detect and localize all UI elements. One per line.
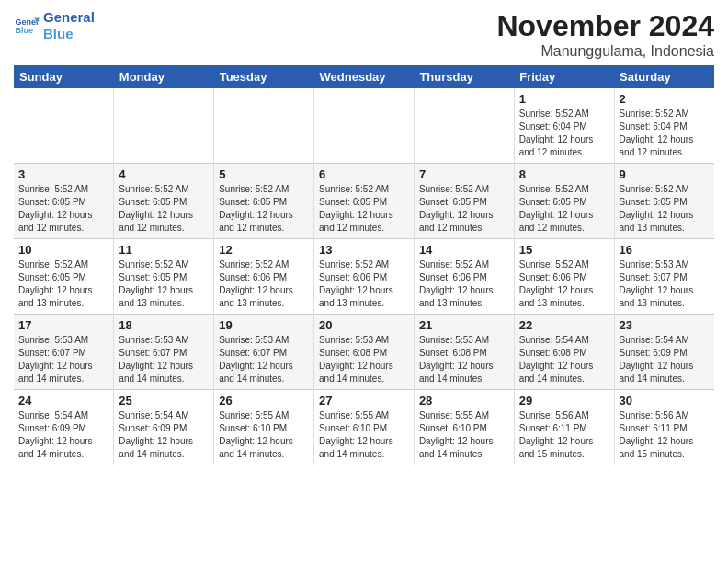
day-number: 2 bbox=[620, 92, 710, 106]
calendar-container: General Blue General Blue November 2024 … bbox=[0, 0, 728, 475]
calendar-cell: 11Sunrise: 5:52 AM Sunset: 6:05 PM Dayli… bbox=[114, 239, 214, 315]
calendar-cell: 1Sunrise: 5:52 AM Sunset: 6:04 PM Daylig… bbox=[514, 88, 614, 164]
calendar-cell: 27Sunrise: 5:55 AM Sunset: 6:10 PM Dayli… bbox=[314, 390, 415, 465]
calendar-week-row: 24Sunrise: 5:54 AM Sunset: 6:09 PM Dayli… bbox=[14, 390, 714, 465]
day-info: Sunrise: 5:52 AM Sunset: 6:05 PM Dayligh… bbox=[119, 183, 209, 235]
calendar-cell: 30Sunrise: 5:56 AM Sunset: 6:11 PM Dayli… bbox=[614, 390, 714, 465]
day-info: Sunrise: 5:52 AM Sunset: 6:05 PM Dayligh… bbox=[519, 183, 609, 235]
calendar-cell: 12Sunrise: 5:52 AM Sunset: 6:06 PM Dayli… bbox=[214, 239, 314, 315]
day-info: Sunrise: 5:52 AM Sunset: 6:06 PM Dayligh… bbox=[419, 259, 509, 310]
calendar-cell bbox=[214, 88, 314, 164]
weekday-header: Sunday bbox=[14, 65, 114, 88]
day-number: 26 bbox=[219, 394, 309, 408]
calendar-cell: 6Sunrise: 5:52 AM Sunset: 6:05 PM Daylig… bbox=[314, 164, 415, 239]
logo: General Blue General Blue bbox=[14, 9, 95, 42]
calendar-cell: 24Sunrise: 5:54 AM Sunset: 6:09 PM Dayli… bbox=[14, 390, 114, 465]
day-number: 14 bbox=[419, 243, 509, 257]
weekday-header: Monday bbox=[114, 65, 214, 88]
day-number: 1 bbox=[519, 92, 609, 106]
day-info: Sunrise: 5:52 AM Sunset: 6:05 PM Dayligh… bbox=[18, 183, 108, 235]
day-number: 25 bbox=[119, 394, 209, 408]
calendar-cell: 3Sunrise: 5:52 AM Sunset: 6:05 PM Daylig… bbox=[14, 164, 114, 239]
calendar-cell: 26Sunrise: 5:55 AM Sunset: 6:10 PM Dayli… bbox=[214, 390, 314, 465]
calendar-cell bbox=[14, 88, 114, 164]
svg-text:Blue: Blue bbox=[15, 26, 33, 35]
day-info: Sunrise: 5:55 AM Sunset: 6:10 PM Dayligh… bbox=[319, 409, 409, 461]
page-title: November 2024 bbox=[496, 9, 714, 43]
day-number: 11 bbox=[119, 243, 209, 257]
calendar-cell: 13Sunrise: 5:52 AM Sunset: 6:06 PM Dayli… bbox=[314, 239, 415, 315]
calendar-cell: 14Sunrise: 5:52 AM Sunset: 6:06 PM Dayli… bbox=[414, 239, 514, 315]
day-info: Sunrise: 5:54 AM Sunset: 6:08 PM Dayligh… bbox=[519, 334, 609, 385]
day-number: 7 bbox=[419, 167, 509, 181]
weekday-header: Saturday bbox=[614, 65, 714, 88]
day-number: 27 bbox=[319, 394, 409, 408]
logo-line1: General bbox=[43, 9, 95, 26]
day-info: Sunrise: 5:54 AM Sunset: 6:09 PM Dayligh… bbox=[620, 334, 710, 385]
day-info: Sunrise: 5:53 AM Sunset: 6:07 PM Dayligh… bbox=[219, 334, 309, 385]
calendar-cell: 20Sunrise: 5:53 AM Sunset: 6:08 PM Dayli… bbox=[314, 315, 415, 390]
day-info: Sunrise: 5:53 AM Sunset: 6:08 PM Dayligh… bbox=[419, 334, 509, 385]
day-number: 9 bbox=[620, 167, 710, 181]
calendar-week-row: 1Sunrise: 5:52 AM Sunset: 6:04 PM Daylig… bbox=[14, 88, 714, 164]
day-info: Sunrise: 5:52 AM Sunset: 6:04 PM Dayligh… bbox=[620, 108, 710, 159]
weekday-header: Tuesday bbox=[214, 65, 314, 88]
day-number: 19 bbox=[219, 318, 309, 332]
calendar-cell: 5Sunrise: 5:52 AM Sunset: 6:05 PM Daylig… bbox=[214, 164, 314, 239]
calendar-cell: 21Sunrise: 5:53 AM Sunset: 6:08 PM Dayli… bbox=[414, 315, 514, 390]
calendar-cell: 25Sunrise: 5:54 AM Sunset: 6:09 PM Dayli… bbox=[114, 390, 214, 465]
day-number: 12 bbox=[219, 243, 309, 257]
calendar-cell: 29Sunrise: 5:56 AM Sunset: 6:11 PM Dayli… bbox=[514, 390, 614, 465]
calendar-cell: 7Sunrise: 5:52 AM Sunset: 6:05 PM Daylig… bbox=[414, 164, 514, 239]
calendar-cell: 15Sunrise: 5:52 AM Sunset: 6:06 PM Dayli… bbox=[514, 239, 614, 315]
day-info: Sunrise: 5:54 AM Sunset: 6:09 PM Dayligh… bbox=[119, 409, 209, 461]
day-number: 18 bbox=[119, 318, 209, 332]
logo-icon: General Blue bbox=[14, 13, 40, 39]
day-number: 13 bbox=[319, 243, 409, 257]
calendar-week-row: 3Sunrise: 5:52 AM Sunset: 6:05 PM Daylig… bbox=[14, 164, 714, 239]
day-info: Sunrise: 5:52 AM Sunset: 6:05 PM Dayligh… bbox=[319, 183, 409, 235]
calendar-cell: 16Sunrise: 5:53 AM Sunset: 6:07 PM Dayli… bbox=[614, 239, 714, 315]
calendar-cell: 17Sunrise: 5:53 AM Sunset: 6:07 PM Dayli… bbox=[14, 315, 114, 390]
calendar-cell: 2Sunrise: 5:52 AM Sunset: 6:04 PM Daylig… bbox=[614, 88, 714, 164]
day-info: Sunrise: 5:56 AM Sunset: 6:11 PM Dayligh… bbox=[519, 409, 609, 461]
weekday-header: Friday bbox=[514, 65, 614, 88]
day-info: Sunrise: 5:52 AM Sunset: 6:05 PM Dayligh… bbox=[119, 259, 209, 310]
day-info: Sunrise: 5:52 AM Sunset: 6:06 PM Dayligh… bbox=[319, 259, 409, 310]
page-subtitle: Manunggulama, Indonesia bbox=[496, 43, 714, 60]
calendar-cell: 10Sunrise: 5:52 AM Sunset: 6:05 PM Dayli… bbox=[14, 239, 114, 315]
day-number: 24 bbox=[18, 394, 108, 408]
day-number: 4 bbox=[119, 167, 209, 181]
day-number: 29 bbox=[519, 394, 609, 408]
calendar-cell: 22Sunrise: 5:54 AM Sunset: 6:08 PM Dayli… bbox=[514, 315, 614, 390]
day-info: Sunrise: 5:56 AM Sunset: 6:11 PM Dayligh… bbox=[620, 409, 710, 461]
day-info: Sunrise: 5:53 AM Sunset: 6:07 PM Dayligh… bbox=[620, 259, 710, 310]
calendar-week-row: 10Sunrise: 5:52 AM Sunset: 6:05 PM Dayli… bbox=[14, 239, 714, 315]
day-info: Sunrise: 5:55 AM Sunset: 6:10 PM Dayligh… bbox=[219, 409, 309, 461]
title-block: November 2024 Manunggulama, Indonesia bbox=[496, 9, 714, 60]
calendar-cell: 18Sunrise: 5:53 AM Sunset: 6:07 PM Dayli… bbox=[114, 315, 214, 390]
day-info: Sunrise: 5:52 AM Sunset: 6:05 PM Dayligh… bbox=[18, 259, 108, 310]
day-info: Sunrise: 5:52 AM Sunset: 6:04 PM Dayligh… bbox=[519, 108, 609, 159]
calendar-cell: 19Sunrise: 5:53 AM Sunset: 6:07 PM Dayli… bbox=[214, 315, 314, 390]
day-number: 15 bbox=[519, 243, 609, 257]
calendar-cell bbox=[314, 88, 415, 164]
day-info: Sunrise: 5:53 AM Sunset: 6:07 PM Dayligh… bbox=[119, 334, 209, 385]
day-info: Sunrise: 5:52 AM Sunset: 6:05 PM Dayligh… bbox=[620, 183, 710, 235]
day-number: 16 bbox=[620, 243, 710, 257]
day-info: Sunrise: 5:53 AM Sunset: 6:07 PM Dayligh… bbox=[18, 334, 108, 385]
day-number: 21 bbox=[419, 318, 509, 332]
day-info: Sunrise: 5:52 AM Sunset: 6:05 PM Dayligh… bbox=[419, 183, 509, 235]
calendar-table: SundayMondayTuesdayWednesdayThursdayFrid… bbox=[14, 65, 714, 465]
calendar-cell: 4Sunrise: 5:52 AM Sunset: 6:05 PM Daylig… bbox=[114, 164, 214, 239]
calendar-cell bbox=[114, 88, 214, 164]
calendar-header: SundayMondayTuesdayWednesdayThursdayFrid… bbox=[14, 65, 714, 88]
weekday-header: Wednesday bbox=[314, 65, 415, 88]
header-row: SundayMondayTuesdayWednesdayThursdayFrid… bbox=[14, 65, 714, 88]
day-info: Sunrise: 5:52 AM Sunset: 6:06 PM Dayligh… bbox=[219, 259, 309, 310]
calendar-body: 1Sunrise: 5:52 AM Sunset: 6:04 PM Daylig… bbox=[14, 88, 714, 465]
day-number: 28 bbox=[419, 394, 509, 408]
day-number: 23 bbox=[620, 318, 710, 332]
logo-line2: Blue bbox=[43, 26, 95, 42]
day-number: 10 bbox=[18, 243, 108, 257]
